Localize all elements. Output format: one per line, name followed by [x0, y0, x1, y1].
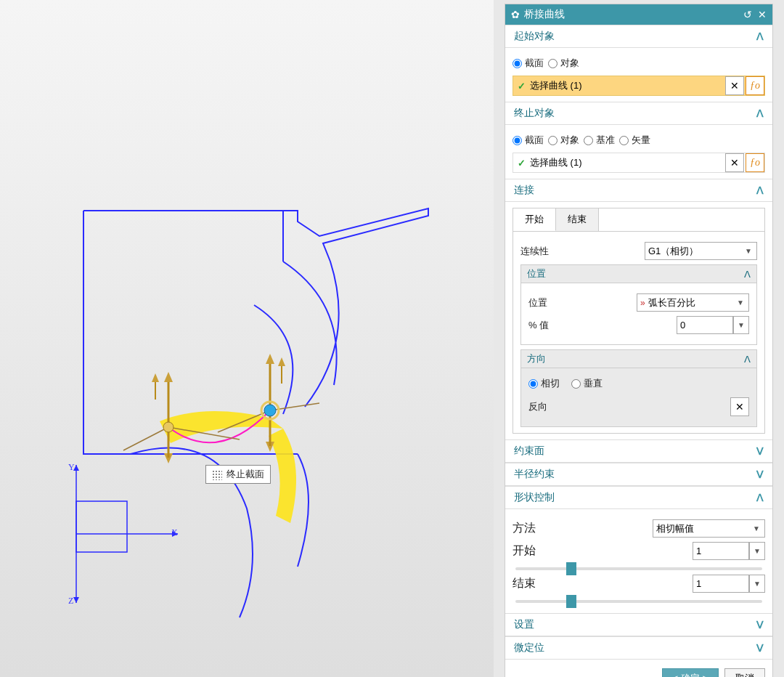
- close-icon[interactable]: ✕: [758, 9, 767, 20]
- position-subheader[interactable]: 位置 ᐱ: [520, 264, 757, 283]
- gear-icon: ✿: [511, 9, 520, 20]
- chevron-up-icon: ᐱ: [744, 354, 751, 365]
- panel-header[interactable]: ✿ 桥接曲线 ↺ ✕: [505, 4, 772, 25]
- percent-label: % 值: [528, 319, 637, 332]
- shape-start-slider[interactable]: [515, 567, 762, 570]
- connect-tabs: 开始 结束: [513, 208, 765, 232]
- reverse-direction-icon[interactable]: ✕: [725, 76, 744, 95]
- svg-marker-19: [266, 354, 274, 364]
- end-object-body: 截面 对象 基准 矢量 ✓ 选择曲线 (1) ✕ ƒo: [505, 125, 772, 179]
- end-radio-object[interactable]: [548, 136, 558, 145]
- svg-marker-12: [164, 372, 173, 382]
- continuity-label: 连续性: [520, 245, 645, 258]
- panel-title: 桥接曲线: [524, 8, 565, 21]
- chevron-up-icon: ᐱ: [756, 108, 764, 119]
- check-icon: ✓: [518, 81, 526, 92]
- end-radio-datum[interactable]: [584, 136, 593, 145]
- sketch-canvas: [0, 0, 494, 677]
- section-settings[interactable]: 设置 ᐯ: [505, 613, 772, 636]
- axis-z-label: Z: [68, 596, 73, 607]
- method-select[interactable]: 相切幅值▼: [653, 519, 765, 538]
- check-icon: ✓: [518, 158, 526, 169]
- shape-end-input[interactable]: [693, 575, 749, 593]
- viewport-tooltip: 终止截面: [205, 465, 271, 484]
- method-label: 方法: [513, 521, 653, 536]
- dir-radio-perp[interactable]: [571, 379, 581, 389]
- shape-start-dropdown[interactable]: ▼: [749, 542, 765, 560]
- panel-footer: < 确定 > 取消: [505, 660, 772, 677]
- start-radio-section[interactable]: [513, 59, 522, 68]
- cancel-button[interactable]: 取消: [724, 668, 765, 677]
- shape-end-label: 结束: [513, 576, 653, 591]
- svg-marker-25: [278, 357, 285, 366]
- section-constraint-face[interactable]: 约束面 ᐯ: [505, 439, 772, 463]
- tab-start[interactable]: 开始: [513, 208, 556, 231]
- shape-start-input[interactable]: [693, 542, 749, 560]
- point-on-curve-icon[interactable]: ƒo: [746, 76, 764, 95]
- grip-icon: [212, 470, 222, 480]
- bridge-curve-panel: ✿ 桥接曲线 ↺ ✕ 起始对象 ᐱ 截面 对象 ✓ 选择曲线 (1) ✕ ƒo …: [505, 4, 773, 677]
- section-end-object[interactable]: 终止对象 ᐱ: [505, 102, 772, 125]
- slider-thumb[interactable]: [566, 595, 576, 608]
- end-select-curve[interactable]: ✓ 选择曲线 (1) ✕ ƒo: [513, 153, 765, 173]
- connect-body: 开始 结束 连续性 G1（相切）▼ 位置 ᐱ 位置 »弧长百分比▼ % 值: [505, 202, 772, 439]
- continuity-select[interactable]: G1（相切）▼: [645, 242, 757, 260]
- percent-icon: »: [640, 298, 645, 308]
- section-connect[interactable]: 连接 ᐱ: [505, 179, 772, 202]
- ok-button[interactable]: < 确定 >: [662, 668, 719, 677]
- chevron-up-icon: ᐱ: [756, 185, 764, 196]
- cad-viewport[interactable]: X Y Z 终止截面: [0, 0, 494, 677]
- section-shape-control[interactable]: 形状控制 ᐱ: [505, 486, 772, 509]
- start-select-curve[interactable]: ✓ 选择曲线 (1) ✕ ƒo: [513, 76, 765, 96]
- position-label: 位置: [528, 296, 637, 309]
- section-radius-constraint[interactable]: 半径约束 ᐯ: [505, 463, 772, 486]
- section-start-object[interactable]: 起始对象 ᐱ: [505, 25, 772, 48]
- axis-y-label: Y: [68, 462, 75, 473]
- start-object-body: 截面 对象 ✓ 选择曲线 (1) ✕ ƒo: [505, 48, 772, 102]
- reverse-direction-icon[interactable]: ✕: [725, 153, 744, 172]
- end-radio-vector[interactable]: [619, 136, 629, 145]
- chevron-up-icon: ᐱ: [744, 269, 751, 280]
- chevron-down-icon: ᐯ: [756, 469, 764, 480]
- axis-x-label: X: [171, 527, 178, 538]
- tab-end[interactable]: 结束: [556, 208, 599, 231]
- section-micro[interactable]: 微定位 ᐯ: [505, 636, 772, 660]
- reset-icon[interactable]: ↺: [743, 9, 752, 20]
- percent-dropdown[interactable]: ▼: [733, 316, 749, 334]
- chevron-down-icon: ᐯ: [756, 619, 764, 631]
- shape-end-slider[interactable]: [515, 600, 762, 603]
- svg-marker-17: [152, 373, 159, 382]
- chevron-up-icon: ᐱ: [756, 492, 764, 503]
- svg-line-7: [123, 427, 168, 450]
- svg-marker-6: [73, 597, 79, 603]
- svg-point-15: [163, 422, 173, 432]
- point-on-curve-icon[interactable]: ƒo: [746, 153, 764, 172]
- position-select[interactable]: »弧长百分比▼: [637, 293, 749, 312]
- percent-input[interactable]: [677, 316, 733, 334]
- chevron-down-icon: ᐯ: [756, 642, 764, 654]
- reverse-label: 反向: [528, 400, 730, 413]
- end-radio-section[interactable]: [513, 136, 522, 145]
- shape-end-dropdown[interactable]: ▼: [749, 575, 765, 593]
- shape-control-body: 方法 相切幅值▼ 开始 ▼ 结束 ▼: [505, 509, 772, 613]
- chevron-up-icon: ᐱ: [756, 31, 764, 42]
- shape-start-label: 开始: [513, 543, 653, 559]
- direction-subheader[interactable]: 方向 ᐱ: [520, 349, 757, 368]
- dir-radio-tangent[interactable]: [528, 379, 538, 389]
- svg-rect-0: [76, 501, 127, 552]
- chevron-down-icon: ᐯ: [756, 445, 764, 457]
- svg-point-22: [264, 405, 276, 416]
- slider-thumb[interactable]: [566, 562, 576, 575]
- reverse-button[interactable]: ✕: [730, 397, 749, 416]
- start-radio-object[interactable]: [548, 59, 558, 68]
